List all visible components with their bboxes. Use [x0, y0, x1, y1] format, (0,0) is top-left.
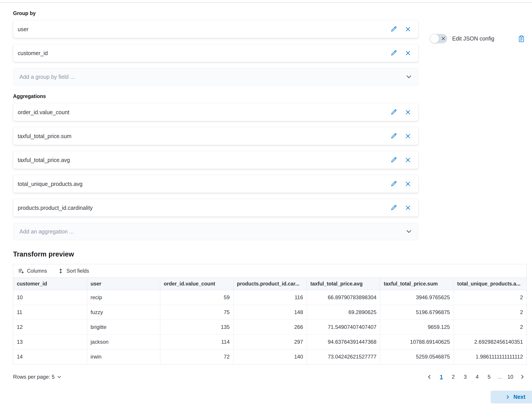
edit-aggregation-button[interactable]	[391, 109, 397, 115]
chevron-down-icon	[406, 74, 412, 80]
cell: 13	[13, 335, 87, 350]
remove-group-by-button[interactable]	[405, 26, 411, 32]
wizard-footer: Next	[13, 391, 532, 404]
cell: recip	[87, 290, 160, 305]
aggregation-item-total-unique-products-avg: total_unique_products.avg	[13, 175, 418, 193]
group-by-section-label: Group by	[13, 10, 532, 16]
table-row: 14 irwin 72 140 73.04242621527777 5259.0…	[13, 350, 526, 364]
columns-icon	[18, 268, 24, 274]
cell: 14	[13, 350, 87, 364]
edit-json-config-row: Edit JSON config	[430, 34, 527, 43]
cell: 140	[233, 350, 307, 364]
chevron-down-icon	[406, 228, 412, 235]
table-header-row: customer_id user order_id.value_count pr…	[13, 278, 526, 290]
column-header-order-id-value-count[interactable]: order_id.value_count	[160, 278, 233, 290]
cell: 2	[453, 290, 526, 305]
close-icon	[405, 50, 411, 56]
cell: 1.9861111111111112	[453, 350, 526, 364]
cell: 94.63764391447368	[307, 335, 380, 350]
next-button-label: Next	[513, 394, 525, 400]
add-group-by-field-select[interactable]: Add a group by field ...	[13, 68, 418, 85]
sort-fields-button[interactable]: Sort fields	[58, 268, 89, 274]
next-button[interactable]: Next	[491, 391, 532, 404]
edit-aggregation-button[interactable]	[391, 204, 397, 211]
cell: 116	[233, 290, 307, 305]
edit-json-toggle[interactable]	[430, 34, 447, 43]
pencil-icon	[391, 204, 397, 211]
grid-toolbar: Columns Sort fields	[13, 264, 526, 277]
edit-group-by-button[interactable]	[391, 26, 397, 33]
aggregation-item-label: products.product_id.cardinality	[18, 205, 93, 211]
pencil-icon	[391, 109, 397, 115]
cell: brigitte	[87, 320, 160, 335]
cell: 69.2890625	[307, 305, 380, 320]
cell: 75	[160, 305, 233, 320]
pencil-icon	[391, 181, 397, 187]
columns-button-label: Columns	[27, 268, 47, 274]
pencil-icon	[391, 157, 397, 163]
add-group-by-placeholder: Add a group by field ...	[20, 74, 75, 80]
table-row: 10 recip 59 116 66.89790783898304 3946.9…	[13, 290, 526, 305]
table-row: 12 brigitte 135 266 71.54907407407407 96…	[13, 320, 526, 335]
edit-aggregation-button[interactable]	[391, 133, 397, 139]
remove-aggregation-button[interactable]	[405, 205, 411, 211]
chevron-down-icon	[57, 374, 62, 379]
column-header-taxful-total-price-avg[interactable]: taxful_total_price.avg	[307, 278, 380, 290]
group-by-item-user: user	[13, 20, 418, 38]
aggregation-item-order-id-value-count: order_id.value_count	[13, 103, 418, 121]
add-aggregation-select[interactable]: Add an aggregation ...	[13, 223, 418, 240]
edit-aggregation-button[interactable]	[391, 157, 397, 163]
sort-fields-icon	[58, 268, 64, 274]
preview-table: customer_id user order_id.value_count pr…	[13, 277, 526, 364]
pencil-icon	[391, 50, 397, 56]
cell: 71.54907407407407	[307, 320, 380, 335]
sort-fields-button-label: Sort fields	[66, 268, 89, 274]
page-button-1[interactable]: 1	[437, 372, 446, 381]
cell: 2.692982456140351	[453, 335, 526, 350]
cell: 9659.125	[380, 320, 453, 335]
close-icon	[405, 133, 411, 139]
cell: 11	[13, 305, 87, 320]
page-button-3[interactable]: 3	[461, 372, 470, 381]
close-icon	[405, 205, 411, 211]
columns-button[interactable]: Columns	[18, 268, 47, 274]
toggle-off-cross-icon	[441, 36, 446, 41]
cell: 12	[13, 320, 87, 335]
cell: irwin	[87, 350, 160, 364]
chevron-right-icon	[505, 394, 510, 400]
remove-aggregation-button[interactable]	[405, 181, 411, 187]
cell: 114	[160, 335, 233, 350]
cell: 266	[233, 320, 307, 335]
copy-config-button[interactable]	[518, 35, 525, 42]
remove-aggregation-button[interactable]	[405, 109, 411, 115]
toggle-knob	[430, 34, 439, 43]
cell: 10	[13, 290, 87, 305]
table-row: 11 fuzzy 75 148 69.2890625 5196.6796875 …	[13, 305, 526, 320]
page-button-5[interactable]: 5	[485, 372, 493, 381]
edit-group-by-button[interactable]	[391, 50, 397, 56]
cell: 5259.0546875	[380, 350, 453, 364]
column-header-taxful-total-price-sum[interactable]: taxful_total_price.sum	[380, 278, 453, 290]
rows-per-page-label: Rows per page: 5	[13, 374, 55, 380]
column-header-customer-id[interactable]: customer_id	[13, 278, 87, 290]
previous-page-button[interactable]	[425, 372, 434, 381]
page-button-10[interactable]: 10	[506, 372, 515, 381]
column-header-user[interactable]: user	[87, 278, 160, 290]
column-header-total-unique-products-avg[interactable]: total_unique_products.a...	[453, 278, 526, 290]
column-header-products-product-id-cardinality[interactable]: products.product_id.car...	[233, 278, 307, 290]
rows-per-page-button[interactable]: Rows per page: 5	[13, 374, 62, 380]
remove-aggregation-button[interactable]	[405, 133, 411, 139]
cell: 2	[453, 320, 526, 335]
pencil-icon	[391, 133, 397, 139]
remove-aggregation-button[interactable]	[405, 157, 411, 163]
close-icon	[405, 26, 411, 32]
page-button-4[interactable]: 4	[473, 372, 482, 381]
aggregation-item-label: order_id.value_count	[18, 109, 69, 115]
chevron-right-icon	[519, 374, 525, 380]
next-page-button[interactable]	[518, 372, 527, 381]
aggregation-item-label: total_unique_products.avg	[18, 181, 82, 187]
preview-data-grid: Columns Sort fields customer_id user ord…	[13, 264, 527, 364]
remove-group-by-button[interactable]	[405, 50, 411, 56]
page-button-2[interactable]: 2	[449, 372, 458, 381]
edit-aggregation-button[interactable]	[391, 181, 397, 187]
